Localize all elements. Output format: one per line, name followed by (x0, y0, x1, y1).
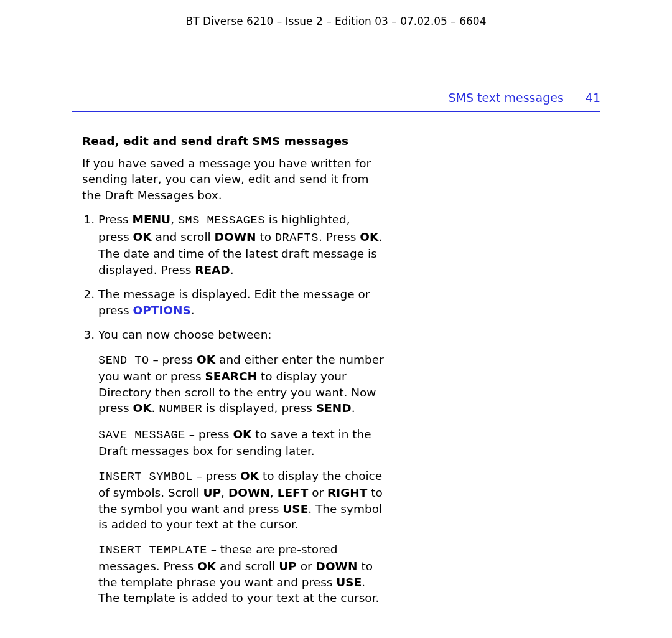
bold-down: DOWN (215, 230, 256, 243)
bold-up: UP (203, 486, 222, 499)
text: is displayed, press (202, 401, 316, 415)
text: , (170, 213, 178, 226)
bold-down: DOWN (228, 486, 270, 499)
option-insert-symbol: INSERT SYMBOL – press OK to display the … (98, 468, 384, 533)
bold-use: USE (282, 502, 308, 515)
bold-ok: OK (360, 230, 378, 243)
text: – press (149, 353, 197, 366)
kbd-drafts: DRAFTS (275, 232, 319, 245)
kbd-number: NUMBER (159, 403, 202, 416)
step-2: The message is displayed. Edit the messa… (98, 286, 384, 318)
bold-search: SEARCH (205, 370, 258, 383)
step-1: Press MENU, SMS MESSAGES is highlighted,… (98, 212, 384, 278)
kbd-save-message: SAVE MESSAGE (98, 429, 185, 442)
section-header: SMS text messages 41 (72, 91, 600, 112)
page: BT Diverse 6210 – Issue 2 – Edition 03 –… (0, 0, 672, 638)
kbd-send-to: SEND TO (98, 354, 149, 367)
bold-ok: OK (197, 560, 216, 573)
bold-send: SEND (316, 401, 352, 415)
bold-ok: OK (197, 353, 215, 366)
page-number: 41 (586, 91, 600, 105)
bold-right: RIGHT (327, 486, 367, 499)
text: and scroll (152, 230, 215, 243)
intro-paragraph: If you have saved a message you have wri… (82, 156, 384, 204)
text: or (297, 560, 316, 573)
text: . (191, 304, 195, 317)
kbd-sms-messages: SMS MESSAGES (178, 214, 265, 227)
text: You can now choose between: (98, 328, 272, 341)
steps-list: Press MENU, SMS MESSAGES is highlighted,… (82, 212, 384, 606)
bold-down: DOWN (316, 560, 358, 573)
text: , (270, 486, 278, 499)
step-3: You can now choose between: SEND TO – pr… (98, 327, 384, 606)
bold-use: USE (336, 576, 362, 589)
text: to (256, 230, 275, 243)
text: . (152, 401, 159, 415)
option-send-to: SEND TO – press OK and either enter the … (98, 352, 384, 418)
bold-read: READ (195, 263, 230, 276)
content-heading: Read, edit and send draft SMS messages (82, 133, 384, 149)
kbd-insert-template: INSERT TEMPLATE (98, 544, 207, 557)
text: Press (98, 213, 133, 226)
content-column: Read, edit and send draft SMS messages I… (82, 133, 384, 615)
document-header: BT Diverse 6210 – Issue 2 – Edition 03 –… (0, 15, 672, 27)
options-sublist: SEND TO – press OK and either enter the … (98, 352, 384, 606)
text: . (352, 401, 355, 415)
bold-left: LEFT (278, 486, 309, 499)
kbd-insert-symbol: INSERT SYMBOL (98, 471, 193, 484)
bold-options: OPTIONS (133, 304, 190, 317)
bold-up: UP (279, 560, 297, 573)
text: – press (193, 469, 241, 482)
text: . Press (319, 230, 360, 243)
text: or (308, 486, 327, 499)
bold-ok: OK (133, 230, 151, 243)
bold-ok: OK (233, 428, 251, 441)
text: , (221, 486, 228, 499)
option-insert-template: INSERT TEMPLATE – these are pre-stored m… (98, 542, 384, 606)
section-title: SMS text messages (448, 91, 585, 105)
text: and scroll (216, 560, 279, 573)
text: . (230, 263, 234, 276)
column-divider (396, 115, 396, 575)
text: – press (185, 428, 233, 441)
bold-ok: OK (240, 469, 259, 482)
bold-menu: MENU (133, 213, 171, 226)
bold-ok: OK (133, 401, 151, 415)
option-save-message: SAVE MESSAGE – press OK to save a text i… (98, 426, 384, 459)
